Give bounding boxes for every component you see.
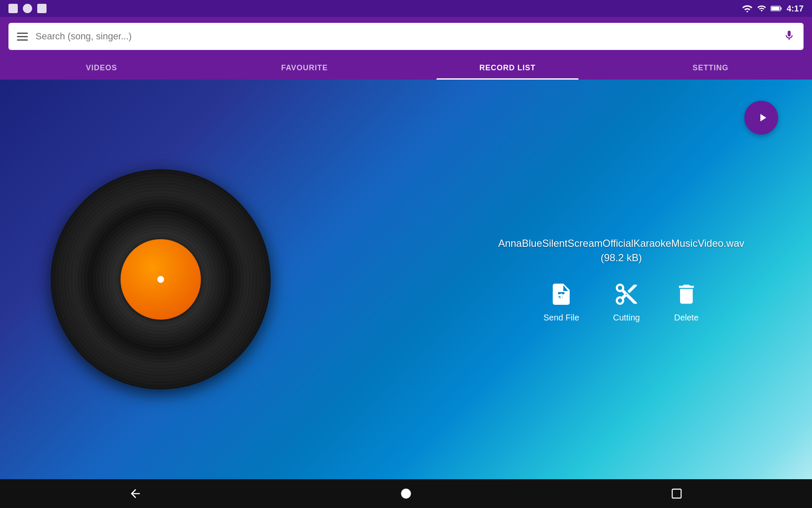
svg-rect-1 bbox=[771, 7, 779, 10]
app-icon-a bbox=[8, 4, 18, 13]
svg-rect-5 bbox=[672, 489, 681, 498]
nav-tabs: VIDEOS FAVOURITE RECORD LIST SETTING bbox=[0, 56, 812, 80]
bottom-nav bbox=[0, 479, 812, 508]
svg-point-4 bbox=[401, 489, 411, 498]
cutting-label: Cutting bbox=[613, 313, 640, 323]
file-name: AnnaBlueSilentScreamOfficialKaraokeMusic… bbox=[498, 236, 744, 251]
back-button[interactable] bbox=[125, 483, 146, 504]
file-actions: Send File Cutting Delete bbox=[543, 282, 699, 323]
tab-favourite[interactable]: FAVOURITE bbox=[203, 56, 406, 80]
delete-label: Delete bbox=[674, 313, 699, 323]
vinyl-outer bbox=[51, 169, 271, 389]
battery-icon bbox=[771, 4, 782, 13]
svg-rect-2 bbox=[780, 7, 782, 10]
search-area bbox=[0, 17, 812, 56]
search-input[interactable] bbox=[36, 31, 776, 42]
send-file-icon bbox=[549, 282, 574, 307]
play-button[interactable] bbox=[744, 101, 778, 135]
file-info-area: AnnaBlueSilentScreamOfficialKaraokeMusic… bbox=[498, 236, 744, 323]
tab-videos[interactable]: VIDEOS bbox=[0, 56, 203, 80]
send-file-button[interactable]: Send File bbox=[543, 282, 579, 323]
recent-apps-button[interactable] bbox=[666, 483, 687, 504]
app-icon-circle bbox=[23, 4, 32, 13]
tab-record-list[interactable]: RECORD LIST bbox=[406, 56, 609, 80]
vinyl-label bbox=[121, 239, 201, 320]
cutting-icon bbox=[614, 282, 639, 307]
main-content: AnnaBlueSilentScreamOfficialKaraokeMusic… bbox=[0, 80, 812, 479]
clock: 4:17 bbox=[787, 4, 804, 14]
wifi-icon bbox=[742, 4, 753, 13]
home-button[interactable] bbox=[395, 483, 417, 504]
delete-button[interactable]: Delete bbox=[674, 282, 699, 323]
vinyl-center bbox=[157, 276, 164, 283]
status-bar-right-icons: 4:17 bbox=[742, 4, 804, 14]
vinyl-record bbox=[51, 169, 271, 389]
cutting-button[interactable]: Cutting bbox=[613, 282, 640, 323]
delete-icon bbox=[674, 282, 699, 307]
signal-icon bbox=[757, 4, 766, 13]
send-file-label: Send File bbox=[543, 313, 579, 323]
hamburger-menu[interactable] bbox=[17, 33, 28, 41]
mic-icon[interactable] bbox=[783, 30, 795, 43]
file-size: (98.2 kB) bbox=[498, 251, 744, 265]
file-name-display: AnnaBlueSilentScreamOfficialKaraokeMusic… bbox=[498, 236, 744, 265]
search-bar[interactable] bbox=[8, 23, 804, 50]
app-icon-square bbox=[37, 4, 47, 13]
status-bar-left-icons bbox=[8, 4, 47, 13]
tab-setting[interactable]: SETTING bbox=[609, 56, 812, 80]
status-bar: 4:17 bbox=[0, 0, 812, 17]
